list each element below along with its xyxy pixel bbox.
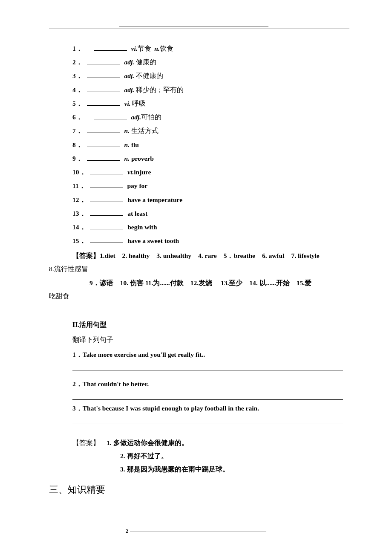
part-of-speech: n. xyxy=(124,127,130,134)
vocab-item: 11． pay for xyxy=(72,179,343,193)
question-item: 3．That's because I was stupid enough to … xyxy=(72,404,343,413)
section-3-title: 三、知识精要 xyxy=(49,483,343,496)
answers-block-1: 【答案】1.diet 2. healthy 3. unhealthy 4. ra… xyxy=(72,249,343,262)
answer-value: diet xyxy=(105,252,115,259)
fill-blank xyxy=(90,223,123,229)
vocab-item: 8． n. flu xyxy=(72,138,343,152)
item-number: 11 xyxy=(72,182,79,189)
part-of-speech: vt. xyxy=(127,168,134,176)
definition: 可怕的 xyxy=(141,113,161,121)
item-number: 15 xyxy=(72,237,79,244)
answer-key: 3. xyxy=(156,252,161,259)
fill-blank xyxy=(90,182,123,188)
vocab-item: 3． adj. 不健康的 xyxy=(72,69,343,83)
fill-blank xyxy=(87,141,120,147)
part-of-speech: n. xyxy=(124,141,130,148)
definition: at least xyxy=(127,210,147,217)
top-divider xyxy=(49,28,349,29)
part-of-speech: adj. xyxy=(124,72,135,79)
answers-line-tail: 8.流行性感冒 xyxy=(49,262,343,275)
answer-value: awful xyxy=(268,252,284,259)
item-number: 8 xyxy=(72,141,76,148)
fill-blank xyxy=(90,237,123,243)
part-of-speech: vi. xyxy=(124,100,131,107)
answers-label: 【答案】 xyxy=(72,252,100,259)
fill-blank xyxy=(87,72,120,78)
answer-key: 6. xyxy=(262,252,267,259)
answers-line-3: 吃甜食 xyxy=(49,289,343,303)
definition: 饮食 xyxy=(160,45,173,52)
fill-blank xyxy=(90,168,123,174)
answer-key: 7. xyxy=(291,252,296,259)
answer-value: breathe xyxy=(233,252,255,259)
item-number: 9 xyxy=(72,155,76,162)
top-divider-inner xyxy=(119,26,268,27)
vocab-item: 5． vi. 呼吸 xyxy=(72,97,343,110)
definition: flu xyxy=(131,141,139,148)
vocab-item: 10． vt.injure xyxy=(72,165,343,179)
definition: injure xyxy=(134,168,151,176)
fill-blank xyxy=(90,196,123,202)
item-number: 4 xyxy=(72,86,76,93)
definition: have a temperature xyxy=(127,196,182,203)
vocab-item: 2． adj. 健康的 xyxy=(72,55,343,69)
item-number: 3 xyxy=(72,72,76,79)
part-of-speech: adj. xyxy=(124,86,135,93)
vocab-item: 6． adj.可怕的 xyxy=(72,110,343,124)
definition: 呼吸 xyxy=(132,100,146,107)
fill-blank xyxy=(90,209,123,216)
definition: have a sweet tooth xyxy=(127,237,179,244)
vocab-list: 1． vi.节食 n.饮食 2． adj. 健康的 3． adj. 不健康的 4… xyxy=(72,42,343,248)
section-2: II.活用句型 翻译下列句子 1．Take more exercise and … xyxy=(72,321,343,424)
answer-value: healthy xyxy=(129,252,150,259)
item-number: 12 xyxy=(72,196,79,203)
section-title: II.活用句型 xyxy=(72,321,343,330)
definition: 稀少的；罕有的 xyxy=(136,86,184,93)
vocab-item: 1． vi.节食 n.饮食 xyxy=(72,42,343,55)
item-number: 1 xyxy=(72,45,76,52)
question-item: 1．Take more exercise and you'll get real… xyxy=(72,350,343,359)
answer-text: 8.流行性感冒 xyxy=(49,265,88,272)
item-number: 14 xyxy=(72,223,79,231)
answer-key: 5． xyxy=(224,252,234,259)
answer-text: 2. 再好不过了。 xyxy=(120,449,343,462)
item-number: 13 xyxy=(72,210,79,217)
item-number: 2 xyxy=(72,58,76,66)
answer-key: 1. xyxy=(100,252,105,259)
question-item: 2．That couldn't be better. xyxy=(72,380,343,389)
answer-blank-line xyxy=(72,423,343,424)
fill-blank xyxy=(87,154,120,161)
answer-value: rare xyxy=(205,252,217,259)
vocab-item: 9． n. proverb xyxy=(72,152,343,165)
fill-blank xyxy=(87,58,120,64)
vocab-item: 14． begin with xyxy=(72,220,343,234)
item-number: 10 xyxy=(72,168,79,176)
vocab-item: 7． n. 生活方式 xyxy=(72,124,343,138)
item-number: 5 xyxy=(72,100,76,107)
vocab-item: 12． have a temperature xyxy=(72,193,343,207)
page-footer: 2 xyxy=(0,528,392,535)
definition: 生活方式 xyxy=(131,127,159,134)
definition: proverb xyxy=(131,155,154,162)
answer-value: lifestyle xyxy=(298,252,320,259)
fill-blank xyxy=(87,86,120,92)
part-of-speech: vi. xyxy=(131,45,138,52)
section-subtitle: 翻译下列句子 xyxy=(72,335,343,344)
item-number: 6 xyxy=(72,113,76,121)
footer-rule xyxy=(130,532,266,532)
definition: pay for xyxy=(127,182,147,189)
part-of-speech: adj. xyxy=(131,113,141,121)
answer-text: 吃甜食 xyxy=(49,292,69,300)
part-of-speech: adj. xyxy=(124,58,135,66)
answer-key: 4. xyxy=(198,252,203,259)
fill-blank xyxy=(94,44,127,51)
fill-blank xyxy=(87,99,120,106)
answer-blank-line xyxy=(72,399,343,400)
answers-line-2: 9．谚语 10. 伤害 11.为......付款 12.发烧 13.至少 14.… xyxy=(89,276,343,289)
answer-text: 9．谚语 10. 伤害 11.为......付款 12.发烧 13.至少 14.… xyxy=(89,279,311,286)
answer-value: unhealthy xyxy=(163,252,191,259)
answers-block-2: 【答案】 1. 多做运动你会很健康的。 2. 再好不过了。 3. 那是因为我愚蠢… xyxy=(72,436,343,476)
page-content: 1． vi.节食 n.饮食 2． adj. 健康的 3． adj. 不健康的 4… xyxy=(0,0,392,513)
vocab-item: 4． adj. 稀少的；罕有的 xyxy=(72,83,343,97)
fill-blank xyxy=(87,127,120,133)
